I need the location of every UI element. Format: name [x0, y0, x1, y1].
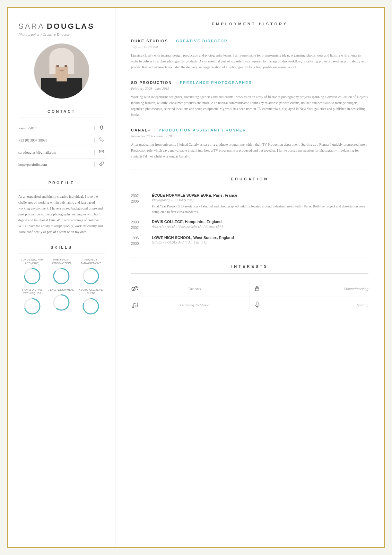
- job-dates: November 2006 - January 2009: [131, 134, 368, 138]
- profile-section: PROFILE As an organised and highly creat…: [18, 181, 105, 235]
- edu-description: Final Year Project & Dissertation - I st…: [152, 204, 368, 215]
- job-separator: |: [175, 80, 176, 85]
- avatar: [34, 43, 89, 99]
- job-block: DUKE STUDIOS | CREATIVE DIRECTOR July 20…: [131, 38, 368, 70]
- interests-divider: [131, 273, 368, 274]
- edu-years: 19952000: [131, 236, 152, 247]
- contact-section: CONTACT Paris, 75014 | +33 (0) 3007 3803…: [18, 109, 105, 170]
- svg-rect-7: [68, 57, 74, 74]
- skill-circle: [82, 267, 99, 285]
- interest-label-right: Mountaineering: [265, 287, 368, 291]
- contact-item: Paris, 75014 |: [18, 122, 105, 134]
- contact-text: Paris, 75014: [18, 126, 90, 130]
- profile-divider: [18, 189, 105, 189]
- edu-divider: [131, 186, 368, 186]
- edu-degree: GCSEs - 9 GCSEs A-C (4 As, 4 Bs, 1 C): [152, 240, 368, 244]
- interest-icon-right: [253, 301, 261, 309]
- profile-text: As an organised and highly creative indi…: [18, 194, 105, 235]
- right-column: EMPLOYMENT HISTORY DUKE STUDIOS | CREATI…: [115, 8, 384, 547]
- resume-container: SARA DOUGLAS Photographer / Creative Dir…: [7, 7, 385, 548]
- interest-row: Listening To Music Singing: [131, 297, 368, 313]
- first-name: SARA: [18, 22, 45, 31]
- skill-item: PRE & POST PRODUCTION: [48, 258, 76, 285]
- contact-separator: |: [94, 150, 95, 155]
- interest-right: Singing: [250, 297, 368, 313]
- edu-school: DAVIS COLLEGE, Hampshire, England: [152, 220, 368, 224]
- edu-years: 20002002: [131, 220, 152, 231]
- edu-row: 19952000 LOWE HIGH SCHOOL, West Sussex, …: [131, 236, 368, 247]
- interests-top-divider: [131, 257, 368, 257]
- contact-icon: [98, 125, 105, 131]
- company-name: DUKE STUDIOS: [131, 39, 168, 43]
- edu-content: ÉCOLE NORMALE SUPERIEURE, Paris, France …: [152, 193, 368, 215]
- skill-circle: [24, 267, 41, 285]
- svg-point-9: [64, 65, 67, 67]
- interest-left: Listening To Music: [131, 297, 250, 313]
- company-name: SD PRODUCTION: [131, 80, 172, 85]
- interest-label-left: The Arts: [143, 287, 246, 291]
- skills-section: SKILLS TUNGSTEN, HMI, LED (PRO) PRE & PO…: [18, 245, 105, 315]
- job-description: Liaising closely with internal design, p…: [131, 52, 368, 70]
- interests-list: The Arts Mountaineering Listening To Mus…: [131, 281, 368, 313]
- edu-degree: A-Levels - Art (A) / Photography (A) / F…: [152, 224, 368, 228]
- contact-item: +33 (0) 3007 38035 |: [18, 134, 105, 146]
- edu-content: DAVIS COLLEGE, Hampshire, England A-Leve…: [152, 220, 368, 231]
- job-title: FREELANCE PHOTOGRAPHER: [180, 80, 252, 85]
- job-block: SD PRODUCTION | FREELANCE PHOTOGRAPHER F…: [131, 80, 368, 118]
- name-block: SARA DOUGLAS: [18, 22, 105, 31]
- skill-item: TUNGSTEN, HMI, LED (PRO): [18, 258, 46, 285]
- job-description: After graduating from university I joine…: [131, 142, 368, 159]
- profile-title: PROFILE: [18, 181, 105, 185]
- edu-row: 20002002 DAVIS COLLEGE, Hampshire, Engla…: [131, 220, 368, 231]
- contact-icon: [98, 137, 105, 143]
- contact-icon: [98, 149, 105, 155]
- skill-item: FILM & DIGITAL TECHNIQUES: [18, 288, 46, 315]
- interest-label-left: Listening To Music: [143, 303, 246, 307]
- job-separator: |: [154, 127, 155, 133]
- contact-separator: |: [94, 162, 95, 167]
- company-name: CANAL+: [131, 128, 151, 132]
- job-title: PRODUCTION ASSISTANT / RUNNER: [159, 128, 246, 132]
- skill-label: ADOBE CREATIVE SUITE: [77, 288, 105, 296]
- skill-circle: [24, 298, 41, 315]
- skill-item: ADOBE CREATIVE SUITE: [77, 288, 105, 315]
- last-name: DOUGLAS: [47, 22, 95, 31]
- svg-rect-11: [99, 150, 104, 153]
- interests-title: INTERESTS: [131, 264, 368, 268]
- edu-years: 20022006: [131, 193, 152, 215]
- interest-right: Mountaineering: [250, 281, 368, 297]
- interest-label-right: Singing: [265, 303, 368, 307]
- edu-school: ÉCOLE NORMALE SUPERIEURE, Paris, France: [152, 193, 368, 197]
- contact-item: saradouglas4@gmail.com |: [18, 146, 105, 159]
- education-list: 20022006 ÉCOLE NORMALE SUPERIEURE, Paris…: [131, 193, 368, 247]
- edu-row: 20022006 ÉCOLE NORMALE SUPERIEURE, Paris…: [131, 193, 368, 215]
- left-column: SARA DOUGLAS Photographer / Creative Dir…: [8, 8, 115, 547]
- job-header: CANAL+ | PRODUCTION ASSISTANT / RUNNER: [131, 127, 368, 133]
- interest-icon-right: [253, 285, 261, 292]
- subtitle: Photographer / Creative Director: [18, 32, 105, 36]
- job-header: DUKE STUDIOS | CREATIVE DIRECTOR: [131, 38, 368, 44]
- svg-rect-28: [256, 302, 258, 305]
- employment-divider: [131, 31, 368, 31]
- job-title: CREATIVE DIRECTOR: [176, 39, 228, 43]
- contact-text: saradouglas4@gmail.com: [18, 151, 90, 154]
- skill-item: PROJECT MANAGEMENT: [77, 258, 105, 285]
- job-separator: |: [172, 38, 173, 44]
- contact-separator: |: [94, 125, 95, 131]
- employment-title: EMPLOYMENT HISTORY: [131, 22, 368, 26]
- edu-content: LOWE HIGH SCHOOL, West Sussex, England G…: [152, 236, 368, 247]
- skill-circle: [82, 298, 99, 315]
- skills-title: SKILLS: [18, 245, 105, 249]
- job-block: CANAL+ | PRODUCTION ASSISTANT / RUNNER N…: [131, 127, 368, 159]
- contact-item: http://portfolio.com |: [18, 159, 105, 170]
- skill-label: PROJECT MANAGEMENT: [77, 258, 105, 265]
- edu-top-divider: [131, 170, 368, 170]
- interest-left: The Arts: [131, 281, 250, 297]
- skills-grid: TUNGSTEN, HMI, LED (PRO) PRE & POST PROD…: [18, 258, 105, 315]
- job-header: SD PRODUCTION | FREELANCE PHOTOGRAPHER: [131, 80, 368, 85]
- interest-icon-left: [131, 285, 139, 292]
- interests-section: INTERESTS The Arts Mountaineering Listen…: [131, 257, 368, 313]
- contact-icon: [98, 161, 105, 168]
- jobs-list: DUKE STUDIOS | CREATIVE DIRECTOR July 20…: [131, 38, 368, 159]
- skill-circle: [53, 267, 70, 285]
